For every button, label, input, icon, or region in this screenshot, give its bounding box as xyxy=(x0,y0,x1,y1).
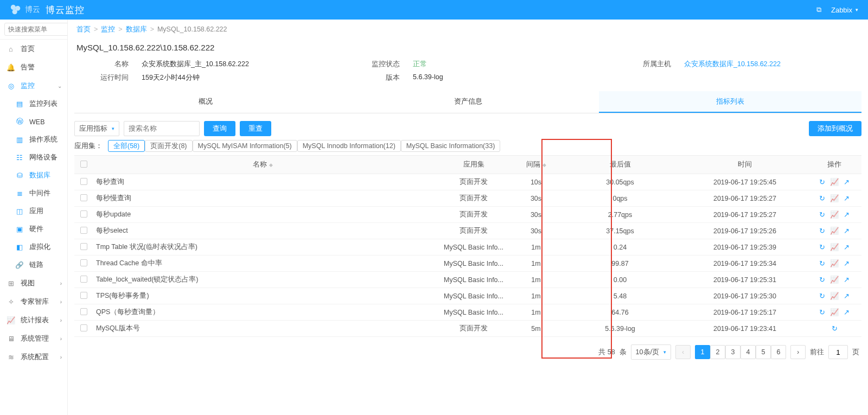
sidebar-item[interactable]: ◎ 监控 ⌄ xyxy=(0,76,67,95)
external-link-icon[interactable]: ↗ xyxy=(844,259,850,267)
refresh-icon[interactable]: ↻ xyxy=(819,178,825,186)
row-checkbox[interactable] xyxy=(80,243,87,250)
pager-page[interactable]: 4 xyxy=(741,345,756,359)
external-link-icon[interactable]: ↗ xyxy=(844,243,850,251)
filter-pill[interactable]: 页面开发(8) xyxy=(145,140,192,152)
filter-pill[interactable]: MySQL Basic Information(33) xyxy=(401,140,500,152)
chart-icon[interactable]: 📈 xyxy=(830,243,839,251)
select-all-checkbox[interactable] xyxy=(80,161,87,168)
refresh-icon[interactable]: ↻ xyxy=(819,308,825,316)
sidebar-item[interactable]: ☷ 网络设备 xyxy=(0,149,67,167)
refresh-icon[interactable]: ↻ xyxy=(832,324,838,333)
column-header: 时间 xyxy=(682,156,807,174)
sidebar-item[interactable]: ⊞ 视图 › xyxy=(0,274,67,292)
cell-last-value: 5.48 xyxy=(558,288,682,304)
external-link-icon[interactable]: ↗ xyxy=(844,308,850,316)
chart-icon[interactable]: 📈 xyxy=(830,292,839,300)
cell-last-value: 0qps xyxy=(558,190,682,207)
chart-icon[interactable]: 📈 xyxy=(830,194,839,202)
refresh-icon[interactable]: ↻ xyxy=(819,194,825,202)
column-header[interactable]: 名称◆ xyxy=(93,156,433,174)
cell-set: 页面开发 xyxy=(433,190,514,207)
row-checkbox[interactable] xyxy=(80,178,87,185)
select-app-metric[interactable]: 应用指标 ▾ xyxy=(74,121,119,136)
chevron-down-icon: ▾ xyxy=(663,349,666,355)
chevron-down-icon: ▾ xyxy=(112,126,114,131)
external-link-icon[interactable]: ↗ xyxy=(844,178,850,186)
chart-icon[interactable]: 📈 xyxy=(830,227,839,235)
chevron-right-icon: › xyxy=(60,317,62,323)
page-title: MySQL_10.158.62.222\10.158.62.222 xyxy=(74,40,861,60)
refresh-icon[interactable]: ↻ xyxy=(819,243,825,251)
refresh-icon[interactable]: ↻ xyxy=(819,276,825,284)
row-checkbox[interactable] xyxy=(80,324,87,331)
pager-page[interactable]: 3 xyxy=(725,345,741,359)
sidebar-search-input[interactable] xyxy=(4,23,68,36)
sidebar-item[interactable]: ⌂ 首页 xyxy=(0,40,67,58)
sidebar-item[interactable]: ▣ 硬件 xyxy=(0,220,67,238)
cell-last-value: 5.6.39-log xyxy=(558,321,682,337)
filter-pill[interactable]: 全部(58) xyxy=(108,140,145,152)
sidebar-item[interactable]: ✧ 专家智库 › xyxy=(0,292,67,311)
external-link-icon[interactable]: ↗ xyxy=(844,227,850,235)
chart-icon[interactable]: 📈 xyxy=(830,210,839,219)
row-checkbox[interactable] xyxy=(80,276,87,283)
pager-page[interactable]: 1 xyxy=(695,345,710,359)
tab[interactable]: 资产信息 xyxy=(337,91,599,113)
cell-last-value: 0.24 xyxy=(558,239,682,256)
apps-icon[interactable]: ⧉ xyxy=(816,5,821,14)
external-link-icon[interactable]: ↗ xyxy=(844,194,850,202)
chart-icon[interactable]: 📈 xyxy=(830,276,839,284)
sidebar-item[interactable]: 🔗 链路 xyxy=(0,256,67,274)
filter-pill[interactable]: MySQL MyISAM Information(5) xyxy=(193,140,297,152)
filter-pill[interactable]: MySQL Innodb Information(12) xyxy=(297,140,401,152)
row-checkbox[interactable] xyxy=(80,210,87,218)
add-overview-button[interactable]: 添加到概况 xyxy=(809,121,861,136)
refresh-icon[interactable]: ↻ xyxy=(819,210,825,219)
chart-icon[interactable]: 📈 xyxy=(830,178,839,186)
sidebar-item[interactable]: ≣ 中间件 xyxy=(0,184,67,202)
chart-icon[interactable]: 📈 xyxy=(830,308,839,316)
row-checkbox[interactable] xyxy=(80,194,87,201)
external-link-icon[interactable]: ↗ xyxy=(844,210,850,219)
user-menu[interactable]: Zabbix ▾ xyxy=(831,6,858,14)
query-button[interactable]: 查询 xyxy=(204,121,235,136)
column-header[interactable]: 间隔◆ xyxy=(514,156,558,174)
tab[interactable]: 指标列表 xyxy=(599,91,861,113)
sidebar-item[interactable]: 🖥 系统管理 › xyxy=(0,329,67,348)
sidebar-item[interactable]: ≋ 系统配置 › xyxy=(0,348,67,366)
pager-page[interactable]: 2 xyxy=(710,345,725,359)
breadcrumb-item[interactable]: 首页 xyxy=(76,25,91,33)
breadcrumb-item[interactable]: 监控 xyxy=(101,25,115,33)
pager-next[interactable]: › xyxy=(790,345,806,359)
page-size-select[interactable]: 10条/页 ▾ xyxy=(631,344,671,360)
pager-page[interactable]: 5 xyxy=(756,345,771,359)
chart-icon[interactable]: 📈 xyxy=(830,259,839,267)
sidebar-item[interactable]: ⛁ 数据库 xyxy=(0,167,67,184)
breadcrumb-item[interactable]: 数据库 xyxy=(126,25,147,33)
sidebar-item[interactable]: ◫ 应用 xyxy=(0,202,67,220)
pager-goto-input[interactable] xyxy=(828,345,848,359)
sidebar-item[interactable]: Ⓦ WEB xyxy=(0,113,67,131)
sidebar-item[interactable]: ▥ 操作系统 xyxy=(0,131,67,149)
external-link-icon[interactable]: ↗ xyxy=(844,276,850,284)
row-checkbox[interactable] xyxy=(80,259,87,266)
refresh-icon[interactable]: ↻ xyxy=(819,292,825,300)
row-checkbox[interactable] xyxy=(80,292,87,299)
pager-page[interactable]: 6 xyxy=(771,345,786,359)
refresh-icon[interactable]: ↻ xyxy=(819,227,825,235)
sidebar-item[interactable]: 📈 统计报表 › xyxy=(0,311,67,329)
tab[interactable]: 概况 xyxy=(74,91,337,113)
refresh-icon[interactable]: ↻ xyxy=(819,259,825,267)
value-host[interactable]: 众安系统数据库_10.158.62.222 xyxy=(684,60,859,69)
reset-button[interactable]: 重查 xyxy=(240,121,271,136)
search-name-input[interactable] xyxy=(124,121,200,136)
external-link-icon[interactable]: ↗ xyxy=(844,292,850,300)
sidebar-item[interactable]: ◧ 虚拟化 xyxy=(0,238,67,256)
sidebar-item[interactable]: 🔔 告警 xyxy=(0,58,67,76)
tabs: 概况资产信息指标列表 xyxy=(74,91,861,113)
sidebar-item[interactable]: ▤ 监控列表 xyxy=(0,95,67,113)
row-checkbox[interactable] xyxy=(80,227,87,234)
pager-prev[interactable]: ‹ xyxy=(675,345,691,359)
row-checkbox[interactable] xyxy=(80,308,87,315)
